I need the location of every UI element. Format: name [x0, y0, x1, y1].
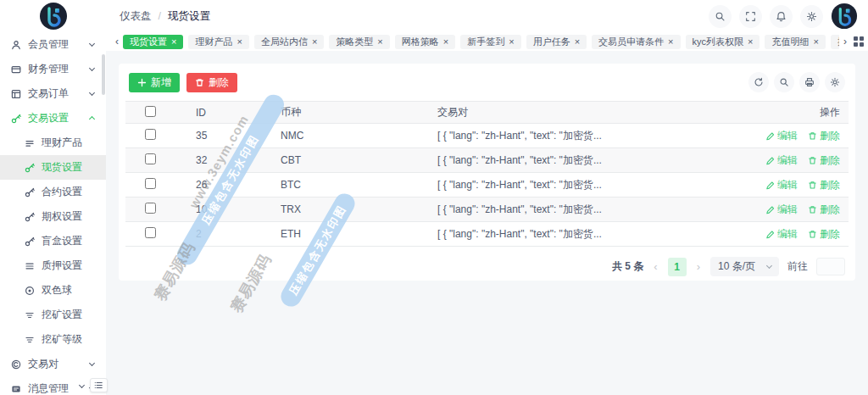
tabs-options-icon[interactable] [853, 36, 865, 47]
close-icon[interactable]: × [668, 37, 673, 47]
breadcrumb-root[interactable]: 仪表盘 [120, 9, 152, 24]
settings-button[interactable] [800, 5, 823, 28]
tabs-scroll-right[interactable]: › [839, 32, 851, 51]
row-checkbox[interactable] [145, 203, 156, 214]
tab-grid-strategy[interactable]: 网格策略× [395, 35, 455, 49]
sidebar-item-trading-pairs[interactable]: 交易对 [0, 352, 106, 376]
pencil-icon [765, 230, 775, 239]
trash-icon [808, 156, 817, 165]
refresh-button[interactable] [748, 72, 769, 92]
tab-trader-apply[interactable]: 交易员申请条件× [592, 35, 680, 49]
sidebar-scrollbar[interactable] [102, 54, 105, 95]
sidebar-item-mining-levels[interactable]: 挖矿等级 [0, 327, 106, 352]
mini-list-button[interactable] [90, 378, 108, 392]
row-checkbox[interactable] [145, 153, 156, 164]
edit-link[interactable]: 编辑 [765, 227, 798, 242]
chevron-up-icon [89, 116, 95, 122]
trash-icon [808, 230, 817, 239]
target-icon [25, 286, 35, 296]
tab-user-tasks[interactable]: 用户任务× [526, 35, 587, 49]
notifications-button[interactable] [770, 5, 793, 28]
row-pair: [ { "lang": "zh-Hant", "text": "加密货... [416, 153, 748, 168]
sidebar-item-blindbox-settings[interactable]: 盲盒设置 [0, 229, 106, 253]
table-settings-button[interactable] [825, 72, 845, 92]
sidebar-item-label: 合约设置 [42, 185, 82, 199]
close-icon[interactable]: × [443, 37, 448, 47]
tab-newbie-checkin[interactable]: 新手签到× [460, 35, 520, 49]
fullscreen-button[interactable] [739, 5, 762, 28]
edit-link[interactable]: 编辑 [765, 153, 798, 168]
sidebar-item-staking-settings[interactable]: 质押设置 [0, 253, 106, 278]
row-pair: [ { "lang": "zh-Hant", "text": "加密货... [416, 178, 748, 192]
close-icon[interactable]: × [575, 37, 580, 47]
search-button[interactable] [709, 5, 732, 28]
add-button[interactable]: 新增 [129, 73, 180, 92]
tab-label: 用户任务 [533, 36, 570, 48]
sidebar-item-members[interactable]: 会员管理 [0, 32, 106, 57]
close-icon[interactable]: × [171, 37, 176, 47]
close-icon[interactable]: × [748, 37, 753, 47]
row-checkbox[interactable] [145, 178, 156, 189]
close-icon[interactable]: × [312, 37, 317, 47]
chevron-down-icon [89, 41, 95, 47]
user-avatar[interactable] [831, 3, 858, 30]
sidebar-item-mining-settings[interactable]: 挖矿设置 [0, 303, 106, 327]
tab-label: 新手签到 [467, 36, 504, 48]
tab-label: 网格策略 [402, 36, 439, 48]
close-icon[interactable]: × [813, 37, 818, 47]
row-checkbox[interactable] [145, 129, 156, 140]
select-all-checkbox[interactable] [145, 106, 156, 117]
edit-link[interactable]: 编辑 [765, 129, 798, 143]
delete-link[interactable]: 删除 [808, 203, 840, 217]
close-icon[interactable]: × [236, 37, 242, 47]
chevron-down-icon [766, 263, 772, 269]
edit-link[interactable]: 编辑 [765, 203, 798, 217]
delete-link[interactable]: 删除 [808, 227, 840, 242]
edit-link[interactable]: 编辑 [765, 178, 798, 192]
tab-kyc-list[interactable]: kyc列表权限× [686, 35, 760, 49]
delete-button[interactable]: 删除 [186, 73, 237, 92]
tab-deposit-details[interactable]: 充值明细× [765, 35, 825, 49]
sidebar-menu: 会员管理 财务管理 交易订单 交易设置 理财产品 现货设置 合约设 [0, 32, 106, 395]
next-page-button[interactable]: › [695, 260, 702, 273]
tab-withdraw-review[interactable]: 提币审核× [831, 35, 839, 49]
table-toolbar: 新增 删除 [125, 72, 849, 92]
sidebar-item-contract-settings[interactable]: 合约设置 [0, 180, 106, 204]
goto-page-input[interactable] [816, 258, 845, 275]
trash-icon [808, 205, 817, 214]
prev-page-button[interactable]: ‹ [652, 260, 659, 273]
sidebar-item-options-settings[interactable]: 期权设置 [0, 204, 106, 229]
sidebar-item-label: 双色球 [42, 283, 72, 298]
tabs-scroll-left[interactable]: ‹ [111, 32, 123, 51]
sidebar-item-double-color-ball[interactable]: 双色球 [0, 278, 106, 303]
pencil-icon [765, 156, 775, 165]
pagination: 共 5 条 ‹ 1 › 10 条/页 前往 [125, 257, 849, 276]
sidebar-item-wealth-products[interactable]: 理财产品 [0, 131, 106, 155]
sidebar-item-spot-settings[interactable]: 现货设置 [0, 155, 106, 180]
sidebar-item-orders[interactable]: 交易订单 [0, 81, 106, 106]
delete-link[interactable]: 删除 [808, 153, 840, 168]
tab-global-messages[interactable]: 全局站内信× [254, 35, 324, 49]
sidebar-item-trade-settings[interactable]: 交易设置 [0, 106, 106, 131]
delete-link[interactable]: 删除 [808, 178, 840, 192]
close-icon[interactable]: × [509, 37, 514, 47]
row-id: 2 [175, 228, 259, 240]
close-icon[interactable]: × [377, 37, 382, 47]
row-pair: [ { "lang": "zh-Hant", "text": "加密货... [416, 203, 748, 217]
print-button[interactable] [799, 72, 820, 92]
tab-label: 理财产品 [195, 36, 232, 48]
tab-label: 现货设置 [130, 36, 167, 48]
page-number-button[interactable]: 1 [668, 258, 687, 276]
delete-link[interactable]: 删除 [808, 129, 840, 143]
tab-strategy-types[interactable]: 策略类型× [329, 35, 389, 49]
sidebar-item-label: 盲盒设置 [42, 234, 82, 248]
wallet-icon [11, 64, 21, 75]
table-search-button[interactable] [774, 72, 794, 92]
row-id: 26 [175, 179, 259, 191]
tab-wealth-products[interactable]: 理财产品× [188, 35, 248, 49]
sidebar-item-finance[interactable]: 财务管理 [0, 57, 106, 81]
tab-spot-settings[interactable]: 现货设置× [123, 35, 183, 49]
row-checkbox[interactable] [145, 227, 156, 238]
page-size-select[interactable]: 10 条/页 [710, 257, 779, 276]
add-button-label: 新增 [151, 75, 171, 90]
